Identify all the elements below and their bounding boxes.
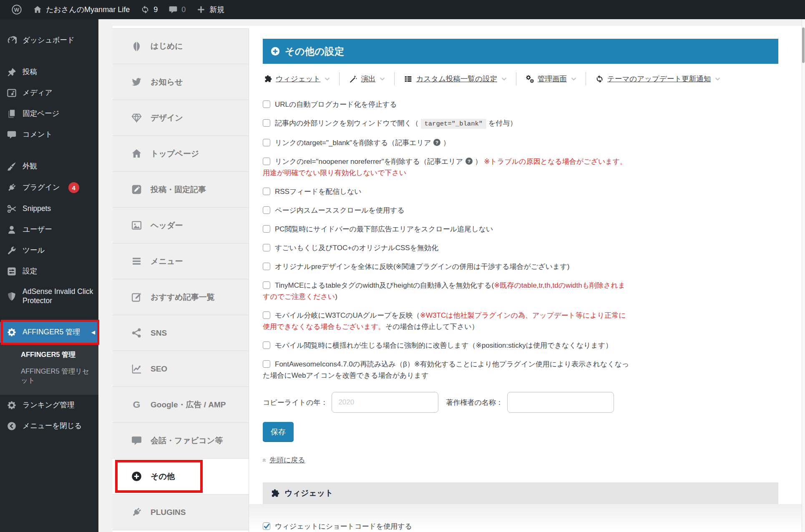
sidebar-item-label: ランキング管理 <box>23 401 75 410</box>
checkbox[interactable] <box>263 244 270 251</box>
sidebar-subitem-0[interactable]: AFFINGER5 管理 <box>0 346 98 363</box>
back-to-top-link[interactable]: 先頭に戻る <box>269 455 305 465</box>
comment-icon <box>7 130 17 140</box>
page-scrollbar[interactable] <box>802 19 805 532</box>
sidebar-item-0[interactable]: ダッシュボード <box>0 30 98 51</box>
sidebar-item-label: プラグイン <box>23 183 60 192</box>
theme-menu-label: はじめに <box>151 41 183 52</box>
theme-menu-label: メニュー <box>151 256 183 267</box>
sidebar-item-10[interactable]: 設定 <box>0 261 98 282</box>
theme-menu-item-4[interactable]: 投稿・固定記事 <box>113 172 249 208</box>
update-icon <box>595 75 604 83</box>
option-row-0[interactable]: URLの自動ブログカード化を停止する <box>263 99 632 110</box>
sidebar-item-label: ツール <box>23 246 45 255</box>
option-row-11[interactable]: モバイル閲覧時に横揺れが生じる場合に強制的に改善します（※position:st… <box>263 340 632 351</box>
save-button[interactable]: 保存 <box>263 422 294 442</box>
theme-menu-item-2[interactable]: デザイン <box>113 100 249 136</box>
checkbox[interactable] <box>263 281 270 289</box>
checkbox[interactable] <box>263 225 270 233</box>
sidebar-item-9[interactable]: ツール <box>0 240 98 261</box>
theme-menu-item-11[interactable]: 会話・ファビコン等 <box>113 423 249 459</box>
theme-menu-item-8[interactable]: SNS <box>113 315 249 351</box>
theme-menu-item-5[interactable]: ヘッダー <box>113 208 249 243</box>
theme-menu-item-7[interactable]: おすすめ記事一覧 <box>113 279 249 315</box>
sidebar-item-3[interactable]: 固定ページ <box>0 103 98 124</box>
page-title: その他の設定 <box>285 45 345 58</box>
svg-text:?: ? <box>435 140 438 145</box>
gear-icon <box>7 400 17 410</box>
copyright-year-input[interactable] <box>332 392 438 413</box>
checkbox[interactable] <box>263 119 270 127</box>
checkbox[interactable] <box>263 341 270 349</box>
option-row-2[interactable]: リンクのtarget="_blank"を削除する（記事エリア ? ） <box>263 137 632 148</box>
option-text: URLの自動ブログカード化を停止する <box>275 100 397 108</box>
settings-tab-3[interactable]: 管理画面 <box>516 72 586 85</box>
option-row-5[interactable]: ページ内スムーススクロールを使用する <box>263 205 632 216</box>
wordpress-menu[interactable]: W <box>6 0 28 19</box>
option-row-10[interactable]: モバイル分岐にW3TCのUAグループを反映（※W3TCは他社製プラグインの為、ア… <box>263 310 632 332</box>
checkbox[interactable] <box>263 100 270 108</box>
inline-code: target="_blank" <box>421 119 487 129</box>
option-row-6[interactable]: PC閲覧時にサイドバーの最下部広告エリアをスクロール追尾しない <box>263 223 632 235</box>
pages-icon <box>7 109 17 119</box>
checkbox[interactable] <box>263 360 270 368</box>
option-row-8[interactable]: オリジナルpreデザインを全体に反映(※関連プラグインの併用は干渉する場合がござ… <box>263 261 632 272</box>
copyright-name-input[interactable] <box>507 392 614 413</box>
settings-tab-2[interactable]: カスタム投稿一覧の設定 <box>395 72 516 85</box>
checkbox[interactable] <box>263 263 270 270</box>
checkbox[interactable] <box>263 311 270 319</box>
theme-menu-item-12[interactable]: その他 <box>113 459 249 494</box>
theme-menu-item-3[interactable]: トップページ <box>113 136 249 172</box>
settings-tab-1[interactable]: 演出 <box>340 72 395 85</box>
theme-menu-label: SEO <box>151 364 167 374</box>
sidebar-item-13[interactable]: ランキング管理 <box>0 395 98 416</box>
theme-menu-item-10[interactable]: GGoogle・広告 / AMP <box>113 387 249 423</box>
option-text: PC閲覧時にサイドバーの最下部広告エリアをスクロール追尾しない <box>275 225 493 233</box>
settings-tab-0[interactable]: ウィジェット <box>263 72 340 85</box>
sidebar-item-11[interactable]: AdSense Invalid Click Protector <box>0 282 98 311</box>
admin-bar-comments[interactable]: 0 <box>163 0 191 19</box>
theme-menu-item-1[interactable]: お知らせ <box>113 64 249 100</box>
option-row-9[interactable]: TinyMCEによるtableタグのwidth及びheightの自動挿入を無効化… <box>263 280 632 302</box>
checkbox[interactable] <box>263 139 270 146</box>
admin-bar-new[interactable]: 新規 <box>191 0 230 19</box>
gear-icon <box>7 327 17 337</box>
theme-menu-item-0[interactable]: はじめに <box>113 28 249 64</box>
checkbox[interactable] <box>263 158 270 165</box>
theme-menu-item-13[interactable]: PLUGINS <box>113 494 249 530</box>
help-icon[interactable]: ? <box>433 138 441 146</box>
sidebar-subitem-1[interactable]: AFFINGER5 管理リセット <box>0 363 98 389</box>
checkbox[interactable] <box>263 188 270 195</box>
sidebar-item-6[interactable]: プラグイン4 <box>0 177 98 198</box>
sidebar-item-5[interactable]: 外観 <box>0 156 98 177</box>
sidebar-item-12[interactable]: AFFINGER5 管理◀ <box>0 322 98 343</box>
svg-text:?: ? <box>468 159 470 164</box>
theme-menu-item-6[interactable]: メニュー <box>113 243 249 279</box>
update-icon <box>141 5 150 14</box>
sidebar-item-8[interactable]: ユーザー <box>0 219 98 240</box>
theme-menu-item-9[interactable]: SEO <box>113 351 249 387</box>
home-icon <box>131 148 142 159</box>
new-label: 新規 <box>209 5 224 15</box>
widget-shortcode-option[interactable]: ウィジェットにショートコードを使用する <box>263 521 805 532</box>
admin-bar-site-link[interactable]: たおさんのMyanmar Life <box>28 0 135 19</box>
option-row-7[interactable]: すごいもくじ及びTOC+のオリジナルCSSを無効化 <box>263 242 632 253</box>
checkbox-checked[interactable] <box>263 522 270 530</box>
settings-tab-4[interactable]: テーマのアップデート更新通知 <box>586 72 730 85</box>
option-row-3[interactable]: リンクのrel="noopener noreferrer"を削除する（記事エリア… <box>263 156 632 178</box>
tab-label: テーマのアップデート更新通知 <box>607 74 711 84</box>
admin-bar-updates[interactable]: 9 <box>135 0 163 19</box>
sidebar-item-7[interactable]: Snippets <box>0 198 98 219</box>
option-row-1[interactable]: 記事内の外部リンクを別ウィンドウで開く（ target="_blank" を付与… <box>263 118 632 130</box>
option-row-4[interactable]: RSSフィードを配信しない <box>263 186 632 197</box>
checkbox[interactable] <box>263 206 270 214</box>
sidebar-item-2[interactable]: メディア <box>0 83 98 103</box>
sidebar-item-4[interactable]: コメント <box>0 124 98 145</box>
scrollbar-thumb[interactable] <box>802 28 805 63</box>
sidebar-item-14[interactable]: メニューを閉じる <box>0 416 98 437</box>
option-text: を付与） <box>486 119 517 127</box>
option-text: ） <box>473 158 484 166</box>
option-row-12[interactable]: FontAwesomeIcons4.7.0の再読み込み（β）※有効化することによ… <box>263 359 632 381</box>
help-icon[interactable]: ? <box>465 157 473 165</box>
sidebar-item-1[interactable]: 投稿 <box>0 62 98 83</box>
